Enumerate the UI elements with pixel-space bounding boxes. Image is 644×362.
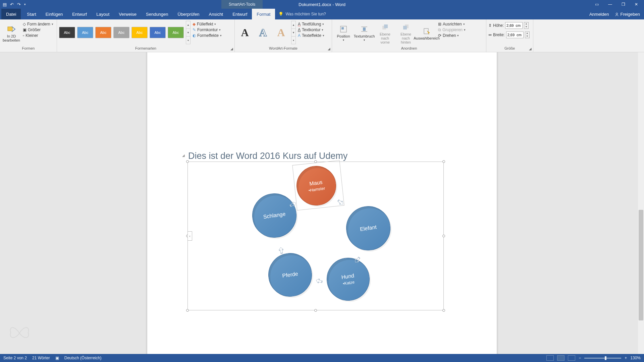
gallery-scroll[interactable]: ▲▼▾ [186, 21, 191, 44]
shape-outline-dropdown[interactable]: ✎Formkontur▾ [193, 27, 222, 32]
wordart-swatch-3[interactable]: A [273, 24, 289, 41]
smaller-button[interactable]: ▫Kleiner [23, 33, 53, 38]
resize-handle[interactable] [442, 235, 445, 237]
ribbon-tabs: Datei Start Einfügen Entwurf Layout Verw… [0, 9, 644, 19]
save-icon[interactable]: ▤ [3, 2, 7, 7]
style-swatch-1[interactable]: Abc [59, 27, 75, 38]
page[interactable]: ◢ Dies ist der Word 2016 Kurs auf Udemy … [147, 52, 497, 354]
undo-icon[interactable]: ↶ [10, 2, 14, 7]
tab-mailings[interactable]: Sendungen [141, 9, 173, 19]
read-mode-icon[interactable] [546, 355, 554, 361]
wordart-scroll[interactable]: ▲▼▾ [291, 21, 296, 44]
status-words[interactable]: 21 Wörter [32, 356, 50, 360]
style-swatch-4[interactable]: Abc [113, 27, 129, 38]
dialog-launcher-icon[interactable]: ◢ [230, 47, 233, 51]
text-fill-dropdown[interactable]: ATextfüllung▾ [298, 22, 324, 26]
tab-draft[interactable]: Entwurf [67, 9, 92, 19]
smartart-selection-frame[interactable]: ‹ Maus •Hamster Elefant Hund •Katze Pfer… [187, 162, 444, 310]
tab-review[interactable]: Überprüfen [173, 9, 204, 19]
title-bar: ▤ ↶ ↷ ▾ SmartArt-Tools Dokument1.docx - … [0, 0, 644, 9]
scrollbar-thumb[interactable] [639, 210, 643, 320]
group-arrange: Position▾ Textumbruch▾ Ebene nachvorne E… [332, 19, 486, 52]
height-input[interactable] [505, 22, 523, 29]
svg-rect-10 [403, 26, 407, 29]
tab-view[interactable]: Ansicht [204, 9, 228, 19]
tab-smartart-design[interactable]: Entwurf [228, 9, 252, 19]
svg-rect-1 [8, 27, 12, 31]
align-dropdown[interactable]: ⊞Ausrichten▾ [438, 22, 466, 26]
group-shapes: In 2D bearbeiten ◇Form ändern▾ ▣Größer ▫… [0, 19, 57, 52]
tab-references[interactable]: Verweise [114, 9, 141, 19]
proofing-icon[interactable]: ▣ [55, 356, 59, 360]
backward-label-2: hinten [401, 40, 411, 44]
resize-handle[interactable] [442, 160, 445, 163]
position-button[interactable]: Position▾ [334, 21, 353, 46]
wordart-gallery[interactable]: A A A ▲▼▾ [237, 21, 296, 44]
style-swatch-3[interactable]: Abc [95, 27, 111, 38]
status-page[interactable]: Seite 2 von 2 [3, 356, 27, 360]
resize-handle[interactable] [442, 309, 445, 312]
style-swatch-6[interactable]: Abc [150, 27, 166, 38]
node-hund[interactable]: Hund •Katze [324, 255, 373, 304]
text-pane-toggle[interactable]: ‹ [187, 231, 192, 241]
tab-insert[interactable]: Einfügen [41, 9, 67, 19]
tab-layout[interactable]: Layout [92, 9, 114, 19]
dialog-launcher-icon[interactable]: ◢ [328, 47, 330, 51]
document-heading[interactable]: Dies ist der Word 2016 Kurs auf Udemy [188, 151, 347, 161]
tab-smartart-format[interactable]: Format [252, 9, 275, 19]
redo-icon[interactable]: ↷ [17, 2, 21, 7]
print-layout-icon[interactable] [557, 355, 565, 361]
resize-handle[interactable] [186, 160, 189, 163]
zoom-level[interactable]: 130% [630, 356, 641, 360]
ribbon-display-icon[interactable]: ▭ [592, 1, 602, 8]
collapse-ribbon-icon[interactable]: ˄ [640, 357, 642, 361]
heading-collapse-icon[interactable]: ◢ [182, 154, 185, 157]
window-controls: ▭ — ❐ ✕ [589, 1, 644, 8]
node-pferde[interactable]: Pferde [266, 250, 315, 300]
vertical-scrollbar[interactable] [638, 52, 644, 354]
shape-fill-dropdown[interactable]: ◆Fülleffekt▾ [193, 22, 222, 26]
qat-customize-icon[interactable]: ▾ [24, 3, 26, 6]
wordart-swatch-1[interactable]: A [237, 24, 253, 41]
resize-handle[interactable] [314, 309, 317, 312]
bring-forward-button[interactable]: Ebene nachvorne [376, 21, 394, 46]
node-elefant[interactable]: Elefant [343, 203, 393, 253]
restore-icon[interactable]: ❐ [618, 1, 629, 8]
dialog-launcher-icon[interactable]: ◢ [529, 47, 532, 51]
group-size: ⇕ Höhe: ▲▼ ⇔ Breite: ▲▼ Größe◢ [486, 19, 533, 52]
zoom-slider[interactable] [584, 358, 621, 359]
status-language[interactable]: Deutsch (Österreich) [64, 356, 102, 360]
text-wrap-button[interactable]: Textumbruch▾ [355, 21, 374, 46]
zoom-slider-thumb[interactable] [605, 356, 606, 360]
width-spinner[interactable]: ▲▼ [525, 32, 530, 38]
shape-style-gallery[interactable]: Abc Abc Abc Abc Abc Abc Abc ▲▼▾ [59, 21, 191, 44]
svg-rect-3 [341, 27, 344, 29]
share-button[interactable]: Freigeben [615, 12, 640, 17]
send-backward-button[interactable]: Ebene nachhinten [396, 21, 415, 46]
wordart-swatch-2[interactable]: A [255, 24, 271, 41]
align-icon: ⊞ [438, 22, 441, 26]
tab-start[interactable]: Start [22, 9, 41, 19]
edit-in-2d-button[interactable]: In 2D bearbeiten [2, 21, 21, 46]
text-outline-dropdown[interactable]: ATextkontur▾ [298, 27, 324, 32]
style-swatch-2[interactable]: Abc [77, 27, 93, 38]
zoom-in-icon[interactable]: + [625, 356, 627, 360]
width-input[interactable] [506, 32, 524, 38]
tab-file[interactable]: Datei [1, 9, 21, 19]
zoom-out-icon[interactable]: − [579, 356, 581, 360]
close-icon[interactable]: ✕ [631, 1, 641, 8]
tell-me-search[interactable]: 💡Was möchten Sie tun? [275, 9, 329, 19]
larger-button[interactable]: ▣Größer [23, 27, 53, 32]
web-layout-icon[interactable] [568, 355, 575, 361]
text-effects-dropdown[interactable]: ATexteffekte▾ [298, 33, 324, 38]
selection-pane-button[interactable]: Auswahlbereich [417, 21, 436, 46]
height-spinner[interactable]: ▲▼ [524, 22, 529, 29]
change-shape-dropdown[interactable]: ◇Form ändern▾ [23, 22, 53, 26]
style-swatch-5[interactable]: Abc [131, 27, 148, 38]
minimize-icon[interactable]: — [605, 1, 615, 8]
style-swatch-7[interactable]: Abc [168, 27, 184, 38]
shape-effects-dropdown[interactable]: ◐Formeffekte▾ [193, 33, 222, 38]
resize-handle[interactable] [186, 309, 189, 312]
sign-in-link[interactable]: Anmelden [589, 12, 609, 17]
rotate-dropdown[interactable]: ⟳Drehen▾ [438, 33, 466, 38]
